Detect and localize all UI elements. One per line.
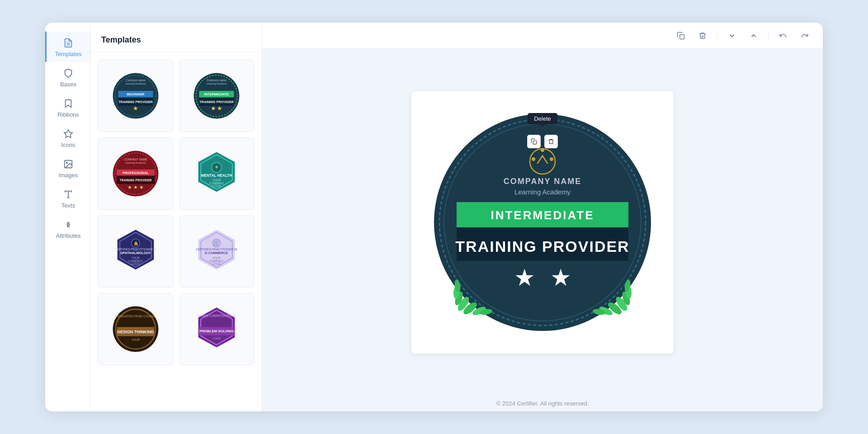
- sidebar-item-texts[interactable]: Texts: [45, 183, 90, 213]
- delete-tooltip: Delete: [528, 113, 557, 124]
- svg-text:PROFESSIONAL: PROFESSIONAL: [123, 171, 149, 175]
- svg-text:INTERMEDIATE: INTERMEDIATE: [491, 208, 594, 222]
- svg-text:YOUR: YOUR: [212, 337, 221, 340]
- template-card-beginner[interactable]: Common name Learning Academy BEGINNER TR…: [98, 60, 174, 132]
- svg-text:Common name: Common name: [126, 79, 146, 82]
- svg-text:INTERMEDIATE: INTERMEDIATE: [204, 92, 229, 96]
- template-badge-intermediate: Common name Learning Academy INTERMEDIAT…: [192, 71, 241, 121]
- svg-text:★: ★: [514, 264, 535, 291]
- svg-rect-76: [533, 141, 537, 144]
- svg-text:YOUR: YOUR: [212, 256, 221, 259]
- svg-text:★: ★: [211, 105, 216, 112]
- star-icon: [63, 129, 73, 139]
- template-badge-beginner: Common name Learning Academy BEGINNER TR…: [111, 71, 160, 121]
- svg-text:LOGO: LOGO: [131, 262, 140, 265]
- toolbar-sep-2: [768, 31, 769, 41]
- sidebar-label-templates: Templates: [55, 51, 81, 57]
- svg-text:MENTAL HEALTH: MENTAL HEALTH: [201, 174, 232, 178]
- undo-button[interactable]: [776, 28, 790, 43]
- sidebar-label-images: Images: [59, 172, 78, 179]
- svg-text:COMPANY NAME: COMPANY NAME: [504, 177, 581, 186]
- template-badge-ophthalmology: 🔒 CERTIFIED PRACTITIONER IN OPHTHALMOLOG…: [111, 226, 160, 276]
- template-card-problem-solving[interactable]: GAINED COMPETENCES IN PROBLEM SOLVING YO…: [179, 293, 255, 365]
- sidebar-item-images[interactable]: Images: [45, 153, 90, 183]
- sidebar-label-attributes: Attributes: [56, 232, 81, 239]
- svg-text:Learning Academy: Learning Academy: [206, 82, 227, 85]
- template-card-professional[interactable]: COMPANY NAME Learning Academy PROFESSION…: [98, 137, 174, 210]
- svg-text:GAINED COMPETENCES IN: GAINED COMPETENCES IN: [198, 314, 236, 317]
- file-icon: [63, 38, 73, 48]
- delete-confirm-btn[interactable]: [544, 135, 558, 148]
- sidebar-item-icons[interactable]: Icons: [45, 123, 90, 153]
- delete-copy-btn[interactable]: [527, 135, 541, 148]
- svg-text:CERTIFIED PRACTITIONER IN: CERTIFIED PRACTITIONER IN: [196, 248, 238, 251]
- svg-text:E-COMMERCE: E-COMMERCE: [205, 251, 228, 255]
- delete-button[interactable]: [695, 28, 710, 43]
- footer: © 2024 Certifier. All rights reserved.: [262, 396, 823, 411]
- svg-point-84: [550, 157, 553, 161]
- sidebar-item-bases[interactable]: Bases: [45, 62, 90, 92]
- toolbar-sep-1: [717, 31, 717, 41]
- template-badge-professional: COMPANY NAME Learning Academy PROFESSION…: [111, 149, 160, 198]
- svg-text:OPHTHALMOLOGY: OPHTHALMOLOGY: [120, 251, 151, 255]
- sidebar: Templates Bases Ribbons Icons: [45, 23, 90, 411]
- toolbar: [262, 23, 823, 49]
- main-area: Delete: [262, 23, 823, 411]
- canvas-card: Delete: [411, 91, 674, 354]
- footer-copyright: © 2024 Certifier. All rights reserved.: [496, 400, 589, 407]
- sidebar-label-ribbons: Ribbons: [57, 111, 79, 118]
- delete-actions: [527, 135, 558, 148]
- template-card-ophthalmology[interactable]: 🔒 CERTIFIED PRACTITIONER IN OPHTHALMOLOG…: [98, 215, 174, 288]
- sidebar-item-attributes[interactable]: Attributes: [45, 213, 90, 244]
- templates-grid: Common name Learning Academy BEGINNER TR…: [90, 52, 262, 373]
- sidebar-label-icons: Icons: [61, 142, 75, 148]
- svg-text:★: ★: [133, 105, 138, 112]
- svg-text:★: ★: [217, 105, 223, 112]
- image-icon: [63, 159, 73, 169]
- svg-point-83: [532, 157, 535, 161]
- template-badge-ecommerce: 🛒 CERTIFIED PRACTITIONER IN E-COMMERCE Y…: [192, 226, 241, 276]
- svg-text:🔒: 🔒: [133, 241, 138, 246]
- svg-text:COMPANY NAME: COMPANY NAME: [124, 158, 147, 161]
- canvas-area: Delete: [262, 49, 823, 396]
- bookmark-icon: [63, 99, 73, 108]
- svg-text:YOUR: YOUR: [131, 338, 140, 341]
- sidebar-item-ribbons[interactable]: Ribbons: [45, 92, 90, 123]
- svg-text:PROBLEM SOLVING: PROBLEM SOLVING: [199, 329, 234, 333]
- svg-text:★: ★: [139, 184, 144, 190]
- svg-marker-2: [64, 130, 72, 137]
- template-card-mental-health[interactable]: + MENTAL HEALTH YOUR COMPANY LOGO: [179, 137, 255, 210]
- sidebar-label-bases: Bases: [60, 81, 76, 88]
- panel-title: Templates: [90, 23, 262, 52]
- move-down-button[interactable]: [725, 28, 739, 43]
- svg-rect-75: [680, 34, 684, 39]
- copy-button[interactable]: [674, 28, 688, 43]
- svg-text:🛒: 🛒: [213, 240, 220, 246]
- template-badge-problem-solving: GAINED COMPETENCES IN PROBLEM SOLVING YO…: [192, 304, 241, 354]
- svg-text:DESIGN THINKING: DESIGN THINKING: [117, 330, 154, 334]
- svg-text:TRAINING PROVIDER: TRAINING PROVIDER: [118, 100, 153, 104]
- svg-text:Learning Academy: Learning Academy: [125, 82, 146, 85]
- svg-point-85: [541, 148, 544, 152]
- bracket-icon: [63, 220, 73, 230]
- svg-text:★: ★: [550, 264, 571, 291]
- svg-text:LOGO: LOGO: [212, 262, 221, 265]
- svg-text:BEGINNER: BEGINNER: [127, 92, 144, 96]
- svg-point-4: [66, 162, 67, 163]
- redo-button[interactable]: [797, 28, 812, 43]
- svg-text:★: ★: [133, 184, 138, 190]
- svg-text:+: +: [215, 164, 219, 170]
- svg-text:Learning Academy: Learning Academy: [125, 161, 146, 164]
- sidebar-item-templates[interactable]: Templates: [45, 32, 90, 62]
- svg-text:YOUR: YOUR: [131, 256, 140, 259]
- template-card-ecommerce[interactable]: 🛒 CERTIFIED PRACTITIONER IN E-COMMERCE Y…: [179, 215, 255, 288]
- move-up-button[interactable]: [746, 28, 761, 43]
- svg-text:TRAINING PROVIDER: TRAINING PROVIDER: [119, 179, 151, 182]
- svg-text:Common name: Common name: [207, 79, 226, 82]
- template-card-design-thinking[interactable]: GRADUATED FROM COURSE: DESIGN THINKING Y…: [98, 293, 174, 365]
- svg-text:TRAINING PROVIDER: TRAINING PROVIDER: [455, 238, 629, 255]
- template-card-intermediate[interactable]: Common name Learning Academy INTERMEDIAT…: [179, 60, 255, 132]
- svg-text:LOGO: LOGO: [212, 184, 221, 188]
- svg-text:★: ★: [127, 184, 132, 190]
- app-container: Templates Bases Ribbons Icons: [45, 23, 823, 411]
